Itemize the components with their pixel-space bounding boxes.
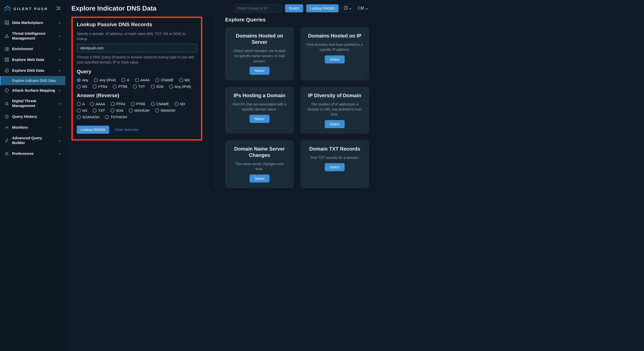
radio-label: CNAME xyxy=(161,78,174,82)
radio-label: Any xyxy=(82,78,88,82)
sidebar-item[interactable]: Preferences xyxy=(0,148,65,159)
sidebar-item[interactable]: Monitors xyxy=(0,122,65,133)
card-description: The name server changes over time. xyxy=(231,161,288,172)
sidebar-collapse-button[interactable] xyxy=(55,5,61,12)
card-title: IP Diversity of Domain xyxy=(308,92,361,99)
sidebar-item[interactable]: Explore Web Data xyxy=(0,54,65,65)
query-radio-option[interactable]: Any xyxy=(77,78,88,82)
enrich-button[interactable]: Enrich xyxy=(285,4,303,12)
radio-label: MX xyxy=(180,102,185,106)
answer-section-title: Answer (Reverse) xyxy=(77,93,197,98)
query-radio-option[interactable]: Any (IPv6) xyxy=(169,85,191,89)
lookup-actions: Lookup PADNS Clear Selection xyxy=(77,126,197,134)
sidebar-item-label: Monitors xyxy=(12,125,55,130)
sidebar-header: SILENT PUSH xyxy=(0,3,65,17)
radio-label: A xyxy=(82,102,85,106)
select-button[interactable]: Select xyxy=(250,67,269,75)
sidebar-item[interactable]: Threat Intelligence Management xyxy=(0,28,65,44)
search-input[interactable] xyxy=(234,4,282,13)
warning-icon xyxy=(5,34,9,38)
card-title: Domains Hosted on IP xyxy=(308,33,361,39)
svg-point-20 xyxy=(6,153,8,154)
card-description: Find IPs that are associated with a spec… xyxy=(231,102,288,112)
sidebar-item[interactable]: Advanced Query Builder xyxy=(0,133,65,148)
sidebar-item[interactable]: Enrichment xyxy=(0,44,65,54)
sidebar-item[interactable]: Digital Threat Management xyxy=(0,96,65,111)
radio-icon xyxy=(77,115,81,119)
answer-radio-option[interactable]: PTR4 xyxy=(111,102,125,106)
query-radio-option[interactable]: SOA xyxy=(151,85,164,89)
query-radio-option[interactable]: PTR4 xyxy=(93,85,107,89)
gear-icon xyxy=(5,151,9,156)
select-button[interactable]: Select xyxy=(250,174,269,183)
answer-radio-option[interactable]: AAAA xyxy=(90,102,105,106)
sidebar-item-label: Data Marketplace xyxy=(12,20,55,25)
queries-title: Explore Queries xyxy=(225,17,369,23)
answer-radio-option[interactable]: CNAME xyxy=(151,102,169,106)
svg-text:?: ? xyxy=(345,7,347,9)
query-radio-option[interactable]: CNAME xyxy=(155,78,174,82)
chevron-down-icon xyxy=(58,126,61,129)
user-menu[interactable]: CM xyxy=(357,5,369,12)
query-card: IP Diversity of DomainThe number of IP a… xyxy=(300,87,369,134)
answer-radio-option[interactable]: SOAHASH xyxy=(77,115,99,119)
radio-label: MXHASH xyxy=(134,109,149,113)
domain-input[interactable] xyxy=(77,44,197,52)
lookup-help-2: Choose a DNS Query (forward) or Answer (… xyxy=(77,55,197,65)
sidebar-item[interactable]: Attack Surface Mapping xyxy=(0,85,65,96)
card-description: Find TXT records for a domain. xyxy=(310,155,359,160)
svg-rect-3 xyxy=(5,21,9,24)
query-radio-option[interactable]: A xyxy=(121,78,129,82)
radio-label: AAAA xyxy=(96,102,105,106)
answer-radio-option[interactable]: MXHASH xyxy=(129,109,149,113)
shield-icon xyxy=(5,88,9,93)
sidebar-item[interactable]: Data Marketplace xyxy=(0,17,65,28)
sidebar-item-label: Advanced Query Builder xyxy=(12,136,55,145)
svg-point-15 xyxy=(5,69,9,72)
answer-radio-option[interactable]: NS xyxy=(77,109,87,113)
chevron-down-icon xyxy=(58,139,61,142)
answer-radio-option[interactable]: MX xyxy=(175,102,185,106)
clear-selection-button[interactable]: Clear Selection xyxy=(115,128,139,132)
brand-name: SILENT PUSH xyxy=(14,7,48,11)
select-button[interactable]: Select xyxy=(325,120,345,128)
answer-radio-option[interactable]: PTR6 xyxy=(131,102,145,106)
answer-radio-option[interactable]: A xyxy=(77,102,85,106)
chevron-down-icon xyxy=(58,21,61,24)
radio-icon xyxy=(77,85,81,89)
query-radio-option[interactable]: MX xyxy=(179,78,190,82)
query-radio-option[interactable]: PTR6 xyxy=(113,85,127,89)
answer-radio-option[interactable]: NSHASH xyxy=(155,109,175,113)
sidebar-item-label: Enrichment xyxy=(12,47,55,51)
radio-label: MX xyxy=(185,78,190,82)
select-button[interactable]: Select xyxy=(250,115,269,123)
sidebar-item-label: Query History xyxy=(12,114,55,119)
radio-icon xyxy=(155,78,159,82)
sidebar-subitem[interactable]: Explore Indicator DNS Data xyxy=(0,76,65,85)
query-card: Domains Hosted on IPFind domains that ha… xyxy=(300,27,369,80)
answer-radio-option[interactable]: TXTHASH xyxy=(105,115,127,119)
svg-rect-13 xyxy=(5,60,6,61)
select-button[interactable]: Select xyxy=(325,55,345,63)
radio-icon xyxy=(93,109,97,113)
chevron-down-icon xyxy=(349,6,351,11)
gauge-icon xyxy=(5,125,9,130)
query-radio-option[interactable]: AAAA xyxy=(135,78,150,82)
radio-label: SOA xyxy=(116,109,124,113)
query-radio-option[interactable]: TXT xyxy=(133,85,145,89)
query-radio-option[interactable]: NS xyxy=(77,85,87,89)
lookup-padns-top-button[interactable]: Lookup PADNS xyxy=(306,4,339,12)
answer-radio-option[interactable]: TXT xyxy=(93,109,105,113)
radio-icon xyxy=(175,102,179,106)
select-button[interactable]: Select xyxy=(325,163,345,171)
sidebar: SILENT PUSH Data MarketplaceThreat Intel… xyxy=(0,0,65,351)
sidebar-item[interactable]: Query History xyxy=(0,111,65,122)
radio-icon xyxy=(77,78,81,82)
help-menu[interactable]: ? xyxy=(342,4,354,13)
radio-icon xyxy=(113,85,117,89)
sidebar-item[interactable]: Explore DNS Data xyxy=(0,65,65,76)
lookup-padns-button[interactable]: Lookup PADNS xyxy=(77,126,109,134)
answer-radio-option[interactable]: SOA xyxy=(110,109,124,113)
chevron-down-icon xyxy=(366,6,368,11)
query-radio-option[interactable]: Any (IPv4) xyxy=(94,78,116,82)
